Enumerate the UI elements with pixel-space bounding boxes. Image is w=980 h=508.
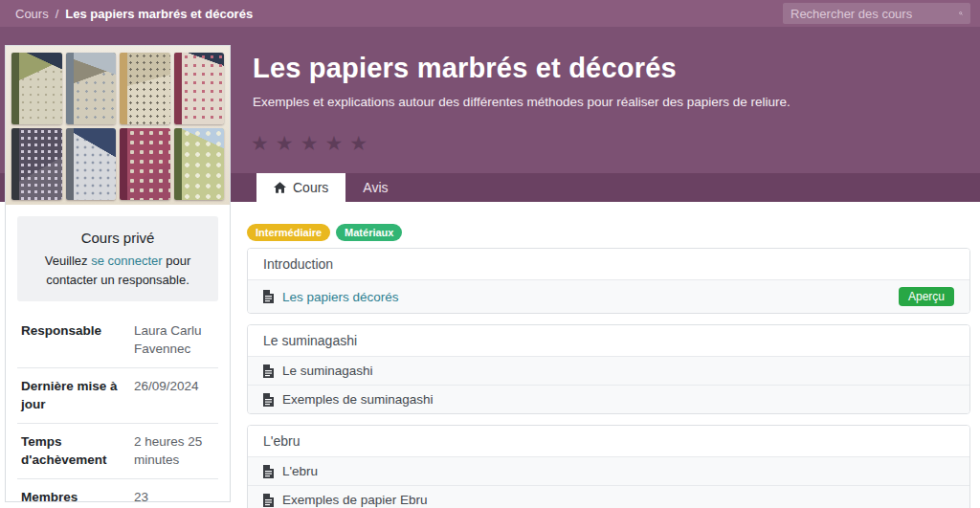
login-link[interactable]: se connecter — [91, 254, 162, 268]
slide-exemples-de-papier-ebru[interactable]: Exemples de papier Ebru — [248, 485, 969, 508]
notebook-illustration — [120, 53, 170, 124]
breadcrumb-separator: / — [56, 7, 59, 21]
private-course-notice: Cours privé Veuillez se connecter pour c… — [17, 216, 218, 301]
notebook-illustration — [174, 53, 225, 124]
slide-title: Le suminagashi — [282, 364, 373, 378]
star-icon[interactable]: ★ — [251, 132, 276, 154]
course-badges: Intermédiaire Matériaux — [247, 224, 970, 241]
document-icon — [263, 393, 274, 407]
info-label: Responsable — [21, 321, 126, 359]
info-row-derniere-mise-a-jour: Dernière mise à jour 26/09/2024 — [17, 368, 218, 424]
breadcrumb-root-link[interactable]: Cours — [15, 7, 49, 21]
course-info-card: Cours privé Veuillez se connecter pour c… — [5, 45, 231, 502]
slide-le-suminagashi[interactable]: Le suminagashi — [248, 356, 969, 385]
preview-badge[interactable]: Aperçu — [899, 287, 954, 306]
slide-title: Exemples de suminagashi — [282, 392, 434, 407]
level-badge: Intermédiaire — [247, 224, 330, 241]
slide-title: Les papiers décorés — [282, 290, 399, 304]
tab-label: Cours — [293, 180, 328, 195]
star-icon[interactable]: ★ — [324, 132, 349, 154]
course-cover-photo — [6, 46, 230, 205]
star-icon[interactable]: ★ — [349, 132, 374, 154]
info-value: 2 heures 25 minutes — [126, 432, 214, 470]
notebook-illustration — [66, 128, 117, 200]
document-icon — [263, 290, 274, 303]
search-input[interactable] — [791, 7, 959, 21]
notebook-illustration — [66, 53, 117, 124]
notebook-illustration — [11, 53, 62, 124]
tab-label: Avis — [363, 180, 388, 195]
info-value: 23 — [126, 488, 214, 507]
tab-avis[interactable]: Avis — [345, 173, 405, 202]
home-icon — [274, 182, 286, 193]
slide-les-papiers-decores[interactable]: Les papiers décorés Aperçu — [248, 279, 969, 313]
star-icon[interactable]: ★ — [276, 132, 301, 154]
notebook-illustration — [120, 128, 170, 200]
rating-stars: ★★★★★ — [251, 132, 374, 155]
tab-cours[interactable]: Cours — [256, 173, 345, 202]
info-label: Dernière mise à jour — [21, 377, 126, 414]
course-content: Intermédiaire Matériaux Introduction Les… — [247, 201, 970, 508]
top-navbar: Cours / Les papiers marbrés et décorés — [0, 0, 980, 27]
course-subtitle: Exemples et explications autour des diff… — [253, 95, 791, 109]
document-icon — [263, 494, 274, 507]
info-row-temps-achevement: Temps d'achèvement 2 heures 25 minutes — [17, 424, 218, 479]
course-search-box[interactable] — [783, 3, 970, 24]
info-value: 26/09/2024 — [126, 377, 214, 414]
search-icon[interactable] — [959, 7, 963, 20]
section-le-suminagashi: Le suminagashi Le suminagashi Exemples d… — [247, 324, 970, 414]
info-row-responsable: Responsable Laura Carlu Favennec — [17, 313, 218, 368]
section-introduction: Introduction Les papiers décorés Aperçu — [247, 248, 970, 314]
notebook-illustration — [174, 128, 225, 200]
document-icon — [263, 364, 274, 378]
section-l-ebru: L'ebru L'ebru Exemples de papier Ebru — [247, 425, 970, 508]
info-row-membres: Membres 23 — [17, 479, 218, 508]
section-title: Introduction — [248, 249, 969, 279]
tag-badge: Matériaux — [336, 224, 402, 241]
breadcrumb-current: Les papiers marbrés et décorés — [65, 7, 253, 21]
info-label: Temps d'achèvement — [21, 432, 126, 470]
section-title: Le suminagashi — [248, 325, 969, 356]
privacy-text: Veuillez — [45, 254, 91, 268]
private-course-title: Cours privé — [27, 227, 209, 249]
star-icon[interactable]: ★ — [301, 132, 325, 154]
info-value: Laura Carlu Favennec — [126, 321, 214, 359]
document-icon — [263, 465, 274, 478]
course-info-table: Responsable Laura Carlu Favennec Dernièr… — [17, 313, 218, 508]
slide-title: L'ebru — [282, 464, 318, 478]
page-title: Les papiers marbrés et décorés — [253, 53, 677, 84]
section-title: L'ebru — [248, 426, 969, 456]
slide-exemples-de-suminagashi[interactable]: Exemples de suminagashi — [248, 385, 969, 413]
notebook-illustration — [11, 128, 62, 200]
slide-l-ebru[interactable]: L'ebru — [248, 456, 969, 485]
info-label: Membres — [21, 488, 126, 507]
slide-title: Exemples de papier Ebru — [282, 493, 428, 507]
